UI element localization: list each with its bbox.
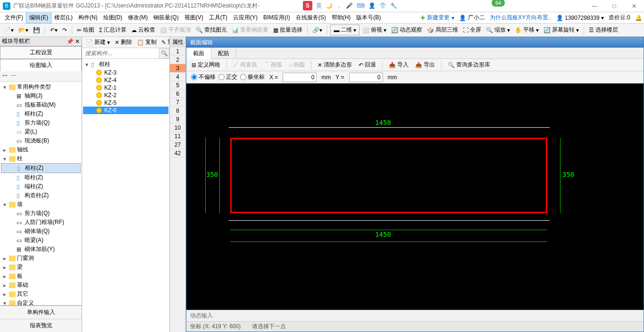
row-num[interactable]: 5 (170, 81, 185, 90)
row-num[interactable]: 27 (170, 141, 185, 149)
cloud-check-button[interactable]: ☁云检查 (129, 25, 157, 35)
screenrot-button[interactable]: 🔄屏幕旋转 ▾ (542, 25, 581, 35)
menu-component[interactable]: 构件(N) (75, 12, 100, 23)
tree-shear-wall[interactable]: ▯剪力墙(Q) (1, 118, 81, 127)
dynamic-input-bar[interactable]: 动态输入 (186, 310, 644, 321)
ime-moon-icon[interactable]: 🌙 (326, 2, 333, 9)
tree-door-window[interactable]: ▸门窗洞 (1, 254, 81, 263)
menu-cloud[interactable]: 云应用(Y) (230, 12, 260, 23)
ime-lang[interactable]: 英 (316, 2, 322, 10)
pin-icon[interactable]: 📌 ✕ (67, 38, 80, 45)
bottom-tab-single[interactable]: 单构件输入 (0, 306, 82, 319)
kz-item[interactable]: KZ-1 (83, 84, 168, 91)
menu-draw[interactable]: 绘图(D) (100, 12, 125, 23)
draw-line-button[interactable]: ／画直线 (231, 60, 259, 70)
kz-item[interactable]: KZ-2 (83, 91, 168, 99)
tree-slab[interactable]: ▸板 (1, 272, 81, 281)
ime-mic-icon[interactable]: 🎤 (346, 2, 353, 9)
close-button[interactable]: ✕ (624, 0, 644, 12)
tree-cast-slab[interactable]: ▭现浇板(B) (1, 136, 81, 145)
tab-draw-input[interactable]: 绘图输入 (0, 59, 82, 71)
menu-tools[interactable]: 工具(T) (206, 12, 230, 23)
draw-button[interactable]: ✏绘图 (75, 25, 96, 35)
delete-button[interactable]: ✕删除 (113, 37, 134, 47)
tree-axis[interactable]: ▸轴线 (1, 145, 81, 154)
redo-icon[interactable]: ↷ (60, 25, 69, 35)
y-input[interactable] (349, 73, 383, 82)
tree-beam2[interactable]: ▸梁 (1, 263, 81, 272)
search-input[interactable] (82, 48, 159, 58)
row-num[interactable]: 2 (170, 56, 185, 64)
view-rebar-button[interactable]: 📊查看钢筋量 (230, 25, 270, 35)
tree-frame-col2[interactable]: ▯框柱(Z) (1, 163, 81, 173)
tree-dark-col[interactable]: ▯暗柱(Z) (1, 173, 81, 182)
import-button[interactable]: 📥导入 (386, 60, 411, 70)
export-button[interactable]: 📤导出 (413, 60, 437, 70)
row-num[interactable]: 11 (170, 132, 185, 141)
help-link[interactable]: 为什么筏板XY方向布置.. (490, 14, 552, 22)
row-num[interactable]: 6 (170, 90, 185, 98)
tab-section[interactable]: 截面 (186, 48, 211, 59)
clear-poly-button[interactable]: ✕清除多边形 (315, 60, 354, 70)
ime-comma-icon[interactable]: ， (336, 2, 342, 10)
tree-shear-wall2[interactable]: ▭剪力墙(Q) (1, 209, 81, 218)
row-num[interactable]: 8 (170, 107, 185, 115)
2d-select[interactable]: ▬ 二维 ▾ (330, 25, 360, 35)
collapse-all-icon[interactable]: ⁻⁻ (10, 73, 16, 80)
kz-item[interactable]: KZ-5 (83, 99, 168, 107)
open-file-icon[interactable]: 📂▾ (17, 25, 30, 35)
tree-raft-base[interactable]: ▭筏板基础(M) (1, 100, 81, 109)
tab-project-settings[interactable]: 工程设置 (0, 46, 82, 59)
tree-struct-col[interactable]: ▯构造柱(Z) (1, 191, 81, 200)
batch-select-button[interactable]: ▦批量选择 (271, 25, 304, 35)
tree-wall[interactable]: ▾墙 (1, 200, 81, 209)
tree-fire-wall[interactable]: ▭人防门框墙(RF) (1, 218, 81, 227)
minimize-button[interactable]: — (585, 0, 604, 12)
bottom-tab-report[interactable]: 报表预览 (0, 319, 82, 332)
dynview-button[interactable]: 🔄动态观察 (389, 25, 424, 35)
draw-arc-button[interactable]: ⌒画弧 (261, 60, 284, 70)
row-num[interactable]: 9 (170, 115, 185, 124)
define-grid-button[interactable]: ⊞定义网格 (189, 60, 223, 70)
menu-view[interactable]: 视图(V) (182, 12, 206, 23)
link-icon[interactable]: 🔗▾ (310, 25, 324, 35)
find-view-button[interactable]: 🔍查找图元 (194, 25, 229, 35)
ime-wrench-icon[interactable]: 🔧 (390, 2, 397, 9)
row-num[interactable]: 7 (170, 98, 185, 107)
fullscreen-button[interactable]: ⛶全屏 (461, 25, 483, 35)
tree-end-col[interactable]: ▯端柱(Z) (1, 182, 81, 191)
ime-icon[interactable]: S (303, 1, 312, 10)
menu-modify[interactable]: 修改(M) (125, 12, 151, 23)
query-lib-button[interactable]: 🔍查询多边形库 (445, 60, 493, 70)
undo-icon[interactable]: ↶▾ (48, 25, 59, 35)
owner-label[interactable]: 👤广小二 (459, 14, 485, 22)
new-file-icon[interactable]: 📄▾ (2, 25, 16, 35)
copy-button[interactable]: 📋复制 (135, 37, 159, 47)
flat-top-button[interactable]: ⬜平齐板顶 (158, 25, 193, 35)
new-button[interactable]: 📄新建▾ (84, 37, 112, 47)
row-num[interactable]: 10 (170, 124, 185, 132)
menu-bim[interactable]: BIM应用(I) (260, 12, 293, 23)
radio-ortho[interactable]: 正交 (218, 73, 237, 81)
new-change-button[interactable]: ✚新建变更 ▾ (420, 14, 454, 22)
tree-beam[interactable]: ▭梁(L) (1, 127, 81, 136)
zoom-button[interactable]: 🔍缩放 ▾ (484, 25, 512, 35)
tree-masonry-rein[interactable]: ⊞砌体加筋(Y) (1, 245, 81, 254)
save-icon[interactable]: 💾 (31, 25, 42, 35)
tree-frame-col[interactable]: ▯框柱(Z) (1, 109, 81, 118)
row-num[interactable]: 1 (170, 47, 185, 56)
topview-button[interactable]: ⬜俯视 ▾ (360, 25, 388, 35)
undo-button[interactable]: ↶回退 (356, 60, 378, 70)
sum-calc-button[interactable]: Σ 汇总计算 (97, 25, 128, 35)
draw-circle-button[interactable]: ○画圆 (286, 60, 307, 70)
search-button[interactable]: 🔍 (159, 48, 169, 58)
row-num-selected[interactable]: 3 (170, 64, 185, 73)
canvas[interactable]: 1450 350 350 1450 (186, 83, 644, 310)
bell-icon[interactable]: 🔔 (635, 15, 642, 21)
row-num[interactable]: 42 (170, 149, 185, 158)
radio-no-offset[interactable]: 不偏移 (191, 73, 216, 81)
menu-file[interactable]: 文件(F) (2, 12, 26, 23)
kz-item-selected[interactable]: KZ-6 (83, 107, 168, 114)
menu-edit[interactable]: 编辑(E) (26, 12, 51, 24)
menu-help[interactable]: 帮助(H) (329, 12, 354, 23)
